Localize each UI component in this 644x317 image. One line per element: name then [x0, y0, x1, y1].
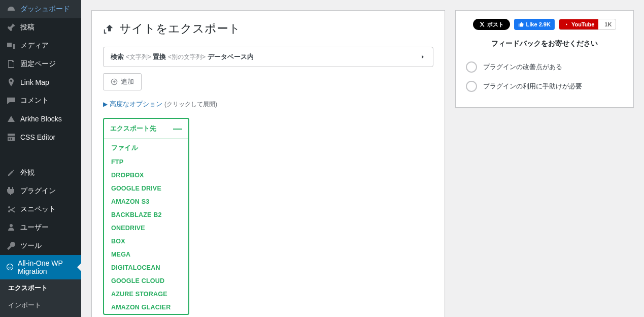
add-button[interactable]: 追加 [103, 73, 142, 90]
media-icon [6, 41, 16, 51]
sidebar-item-label: メディア [20, 41, 49, 50]
youtube-icon [563, 21, 569, 27]
location-icon [6, 77, 16, 87]
ai1wm-submenu: エクスポート インポート バックアップ1 [0, 279, 81, 317]
plus-circle-icon [111, 78, 118, 85]
export-target-option[interactable]: FTP [104, 155, 188, 169]
svg-point-0 [7, 264, 13, 270]
sidebar-item-pages[interactable]: 固定ページ [0, 55, 81, 73]
radio-icon [466, 61, 477, 73]
feedback-sidebar: ポスト Like 2.9K YouTube 1K フィードバックをお寄せください [455, 10, 634, 108]
current-arrow-icon [77, 263, 81, 271]
pin-icon [6, 22, 16, 33]
sidebar-item-label: Link Map [20, 78, 49, 86]
submenu-import[interactable]: インポート [0, 297, 81, 314]
csseditor-icon [6, 132, 16, 142]
x-post-button[interactable]: ポスト [473, 19, 510, 30]
user-icon [6, 223, 16, 233]
advanced-options-link[interactable]: 高度なオプション [110, 100, 162, 109]
thumbs-up-icon [518, 21, 524, 27]
sidebar-item-ai1wm[interactable]: All-in-One WP Migration [0, 255, 81, 279]
export-target-option[interactable]: AZURE STORAGE [104, 288, 188, 301]
submenu-export[interactable]: エクスポート [0, 279, 81, 297]
arkhe-icon [6, 114, 16, 124]
submenu-backup[interactable]: バックアップ1 [0, 314, 81, 317]
radio-icon [466, 81, 477, 92]
sidebar-item-posts[interactable]: 投稿 [0, 18, 81, 37]
export-target-option[interactable]: GOOGLE CLOUD [104, 274, 188, 288]
plugin-icon [6, 186, 16, 196]
admin-sidebar: ダッシュボード 投稿 メディア 固定ページ Link Map コメント Arkh… [0, 0, 81, 317]
export-icon [103, 23, 114, 35]
caret-right-icon: ▶ [103, 101, 108, 108]
export-target-option[interactable]: BACKBLAZE B2 [104, 208, 188, 221]
sidebar-item-label: プラグイン [20, 186, 56, 196]
page-icon [6, 59, 16, 69]
tools-icon [6, 241, 16, 251]
sidebar-item-linkmap[interactable]: Link Map [0, 73, 81, 91]
sidebar-item-label: スニペット [20, 205, 56, 214]
chevron-right-icon [420, 54, 426, 60]
sidebar-item-snippets[interactable]: スニペット [0, 200, 81, 218]
sidebar-item-label: 外観 [20, 168, 35, 177]
sidebar-separator [0, 146, 81, 164]
minus-icon: — [173, 124, 182, 133]
export-panel: サイトをエクスポート 検索 <文字列> 置換 <別の文字列> データベース内 追… [91, 10, 445, 317]
export-target-option[interactable]: AMAZON GLACIER [104, 301, 188, 314]
sidebar-item-appearance[interactable]: 外観 [0, 164, 81, 182]
fb-like-button[interactable]: Like 2.9K [514, 19, 555, 30]
social-buttons: ポスト Like 2.9K YouTube 1K [466, 19, 623, 30]
x-icon [479, 21, 485, 27]
feedback-heading: フィードバックをお寄せください [466, 39, 623, 48]
advanced-options: ▶ 高度なオプション (クリックして展開) [103, 100, 433, 109]
export-target-option[interactable]: AMAZON S3 [104, 195, 188, 208]
sidebar-item-tools[interactable]: ツール [0, 237, 81, 255]
dashboard-icon [6, 4, 16, 14]
export-target-option[interactable]: DROPBOX [104, 169, 188, 182]
sidebar-item-label: 投稿 [20, 23, 35, 32]
export-target-option[interactable]: ONEDRIVE [104, 221, 188, 235]
export-target-option[interactable]: ファイル [104, 139, 188, 155]
sidebar-item-label: Arkhe Blocks [20, 115, 62, 123]
advanced-options-hint: (クリックして展開) [164, 100, 217, 109]
export-to-header[interactable]: エクスポート先 — [104, 119, 188, 139]
sidebar-item-csseditor[interactable]: CSS Editor [0, 128, 81, 146]
migration-icon [6, 262, 14, 272]
sidebar-item-arkheblocks[interactable]: Arkhe Blocks [0, 110, 81, 128]
search-replace-text: 検索 <文字列> 置換 <別の文字列> データベース内 [111, 52, 254, 61]
sidebar-item-dashboard[interactable]: ダッシュボード [0, 0, 81, 18]
export-target-option[interactable]: GOOGLE DRIVE [104, 182, 188, 195]
sidebar-item-label: CSS Editor [20, 133, 55, 141]
comment-icon [6, 96, 16, 106]
sidebar-item-label: コメント [20, 96, 49, 105]
sidebar-item-users[interactable]: ユーザー [0, 218, 81, 237]
search-replace-row[interactable]: 検索 <文字列> 置換 <別の文字列> データベース内 [103, 47, 433, 67]
export-target-option[interactable]: BOX [104, 235, 188, 248]
feedback-option-improve[interactable]: プラグインの改善点がある [466, 57, 623, 77]
sidebar-item-media[interactable]: メディア [0, 37, 81, 55]
youtube-button[interactable]: YouTube 1K [559, 19, 616, 30]
export-target-option[interactable]: DIGITALOCEAN [104, 261, 188, 274]
page-title: サイトをエクスポート [103, 21, 433, 37]
sidebar-item-label: 固定ページ [20, 59, 56, 69]
feedback-option-help[interactable]: プラグインの利用に手助けが必要 [466, 77, 623, 96]
sidebar-item-label: ツール [20, 241, 42, 250]
sidebar-item-comments[interactable]: コメント [0, 91, 81, 110]
export-target-option[interactable]: MEGA [104, 248, 188, 261]
sidebar-item-plugins[interactable]: プラグイン [0, 182, 81, 200]
youtube-count: 1K [600, 21, 616, 27]
export-to-dropdown: エクスポート先 — ファイルFTPDROPBOXGOOGLE DRIVEAMAZ… [103, 118, 189, 315]
sidebar-item-label: ユーザー [20, 223, 49, 232]
sidebar-item-label: ダッシュボード [20, 5, 70, 14]
appearance-icon [6, 168, 16, 178]
scissors-icon [6, 204, 16, 214]
sidebar-item-label: All-in-One WP Migration [18, 259, 75, 275]
